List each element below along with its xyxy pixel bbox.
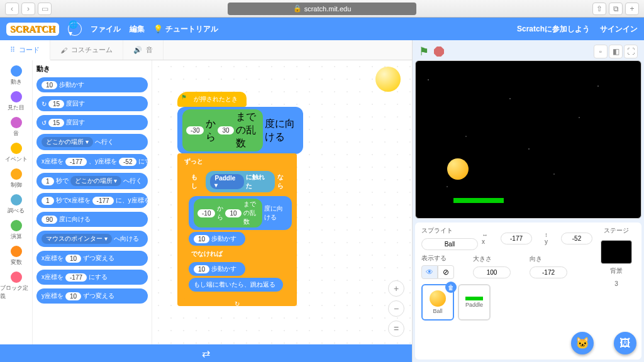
block-goto[interactable]: どこかの場所 ▾へ行く	[36, 134, 148, 150]
backdrop-stars	[416, 61, 641, 218]
sidebar-button[interactable]: ▭	[38, 3, 52, 15]
sprite-y-input[interactable]	[561, 233, 592, 244]
block-setx[interactable]: x座標を-177にする	[36, 270, 148, 285]
file-menu[interactable]: ファイル	[91, 24, 121, 35]
block-bounce[interactable]: もし端に着いたら、跳ね返る	[189, 278, 283, 292]
block-turn-ccw[interactable]: ↺15度回す	[36, 115, 148, 130]
sprite-paddle-onstage[interactable]	[453, 198, 504, 203]
stage-thumbnail[interactable]	[601, 240, 632, 264]
share-button[interactable]: ⇧	[592, 3, 606, 15]
sprite-label: スプライト	[421, 226, 478, 235]
script-stack[interactable]: ⚑が押されたとき -30から30までの乱数度に向ける ずっと もしPaddle …	[177, 92, 303, 306]
sprite-ball-onstage[interactable]	[447, 158, 469, 180]
block-glidexy[interactable]: 1秒でx座標を-177に、y座標を	[36, 193, 148, 208]
forward-button[interactable]: ›	[21, 3, 35, 15]
add-backdrop-button[interactable]: 🖼	[614, 332, 636, 354]
category-演算[interactable]: 演算	[0, 217, 32, 243]
category-イベント[interactable]: イベント	[0, 140, 32, 166]
category-見た目[interactable]: 見た目	[0, 89, 32, 114]
fullscreen-button[interactable]: ⛶	[624, 45, 638, 58]
tab-code[interactable]: ⠿コード	[0, 40, 50, 60]
stage[interactable]	[415, 60, 641, 219]
backpack-button[interactable]: ⇄	[0, 344, 412, 362]
scratch-logo[interactable]: SCRATCH	[6, 23, 59, 36]
editor-tabs: ⠿コード 🖌コスチューム 🔊音	[0, 40, 412, 60]
tab-costumes[interactable]: 🖌コスチューム	[50, 40, 123, 60]
large-stage-button[interactable]: ◧	[609, 45, 623, 58]
show-off[interactable]: ⊘	[438, 265, 454, 279]
sprite-name-input[interactable]	[421, 238, 478, 250]
block-if-else[interactable]: もしPaddle ▾に触れたなら -10から10までの乱数度に向ける 10歩動か…	[184, 167, 296, 300]
zoom-controls: + − =	[388, 280, 404, 337]
zoom-in[interactable]: +	[388, 280, 404, 297]
browser-bar: ‹ › ▭ 🔒 scratch.mit.edu ⇧ ⧉ +	[0, 0, 644, 18]
block-point-random[interactable]: -30から30までの乱数度に向ける	[177, 107, 303, 154]
sprite-tile-paddle[interactable]: Paddle	[458, 284, 491, 321]
signin-link[interactable]: サインイン	[600, 24, 638, 35]
block-categories: 動き見た目音イベント制御調べる演算変数ブロック定義	[0, 60, 33, 344]
zoom-reset[interactable]: =	[388, 321, 404, 337]
block-glide[interactable]: 1秒でどこかの場所 ▾へ行く	[36, 173, 148, 189]
category-調べる[interactable]: 調べる	[0, 192, 32, 217]
show-on[interactable]: 👁	[421, 265, 438, 279]
language-button[interactable]: 🌐 ▾	[68, 22, 82, 36]
tabs-button[interactable]: ⧉	[609, 3, 623, 15]
back-button[interactable]: ‹	[5, 3, 19, 15]
block-turn-cw[interactable]: ↻15度回す	[36, 96, 148, 111]
block-palette: 動き 10歩動かす ↻15度回す ↺15度回す どこかの場所 ▾へ行く x座標を…	[33, 60, 152, 344]
category-制御[interactable]: 制御	[0, 166, 32, 192]
join-link[interactable]: Scratchに参加しよう	[517, 24, 590, 35]
block-changex[interactable]: x座標を10ずつ変える	[36, 251, 148, 266]
sprite-thumbnail	[375, 67, 401, 92]
small-stage-button[interactable]: ▫	[594, 45, 608, 58]
block-move-2[interactable]: 10歩動かす	[189, 262, 245, 276]
block-forever[interactable]: ずっと もしPaddle ▾に触れたなら -10から10までの乱数度に向ける 1…	[177, 153, 297, 306]
sprite-dir-input[interactable]	[530, 266, 567, 278]
url-bar[interactable]: 🔒 scratch.mit.edu	[228, 3, 416, 15]
flag-icon: ⚑	[181, 94, 187, 101]
sprite-tile-ball[interactable]: 🗑Ball	[421, 284, 454, 321]
add-button[interactable]: +	[625, 3, 639, 15]
block-move-steps[interactable]: 10歩動かす	[36, 77, 148, 92]
palette-heading: 動き	[36, 64, 148, 74]
hat-when-flag[interactable]: ⚑が押されたとき	[177, 92, 247, 107]
block-move-1[interactable]: 10歩動かす	[189, 232, 245, 246]
block-gotoxy[interactable]: x座標を-177、y座標を-52にする	[36, 154, 148, 169]
sprite-x-input[interactable]	[501, 233, 532, 244]
category-音[interactable]: 音	[0, 114, 32, 140]
category-変数[interactable]: 変数	[0, 243, 32, 269]
top-bar: SCRATCH 🌐 ▾ ファイル 編集 💡 チュートリアル Scratchに参加…	[0, 18, 644, 40]
category-動き[interactable]: 動き	[0, 63, 32, 89]
script-canvas[interactable]: ⚑が押されたとき -30から30までの乱数度に向ける ずっと もしPaddle …	[152, 60, 412, 344]
backpack-icon: ⇄	[202, 348, 210, 359]
tab-sounds[interactable]: 🔊音	[123, 40, 164, 60]
tutorials-menu[interactable]: 💡 チュートリアル	[153, 24, 218, 35]
block-point-towards[interactable]: マウスのポインター ▾へ向ける	[36, 231, 148, 247]
zoom-out[interactable]: −	[388, 300, 404, 317]
delete-sprite[interactable]: 🗑	[445, 282, 457, 293]
green-flag-button[interactable]: ⚑	[419, 45, 429, 58]
block-changey[interactable]: y座標を10ずつ変える	[36, 288, 148, 304]
category-ブロック定義[interactable]: ブロック定義	[0, 269, 32, 303]
block-point-random-2[interactable]: -10から10までの乱数度に向ける	[189, 196, 292, 230]
stop-button[interactable]	[434, 47, 444, 57]
sprite-size-input[interactable]	[473, 266, 511, 278]
add-sprite-button[interactable]: 🐱	[571, 332, 594, 354]
block-point-dir[interactable]: 90度に向ける	[36, 212, 148, 227]
edit-menu[interactable]: 編集	[130, 24, 145, 35]
